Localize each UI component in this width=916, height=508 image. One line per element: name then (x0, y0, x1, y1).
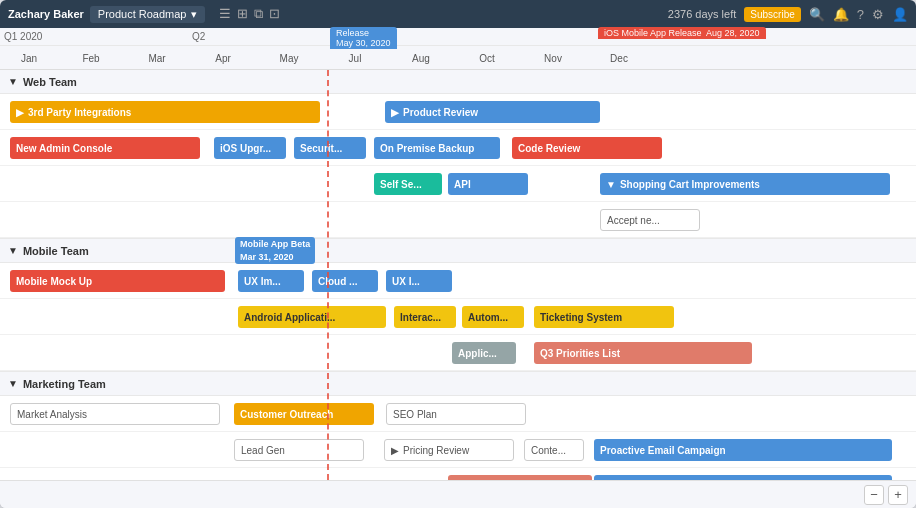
task-shopping-cart[interactable]: ▼ Shopping Cart Improvements (600, 173, 890, 195)
task-applic[interactable]: Applic... (452, 342, 516, 364)
task-label-interac: Interac... (400, 312, 441, 323)
task-label-autom: Autom... (468, 312, 508, 323)
user-name: Zachary Baker (8, 8, 84, 20)
task-code-review[interactable]: Code Review (512, 137, 662, 159)
marketing-row-1: Market Analysis Customer Outreach SEO Pl… (0, 396, 916, 432)
task-api[interactable]: API (448, 173, 528, 195)
month-nov: Nov (520, 53, 586, 64)
marketing-team-chevron: ▼ (8, 378, 18, 389)
task-seo-plan[interactable]: SEO Plan (386, 403, 526, 425)
task-q3-priorities[interactable]: Q3 Priorities List (534, 342, 752, 364)
web-row-2: New Admin Console iOS Upgr... Securit...… (0, 130, 916, 166)
task-self-se[interactable]: Self Se... (374, 173, 442, 195)
task-new-admin[interactable]: New Admin Console (10, 137, 200, 159)
marketing-row-2: Lead Gen ▶ Pricing Review Conte... Proac… (0, 432, 916, 468)
task-label-api: API (454, 179, 471, 190)
window-icon[interactable]: ⧉ (254, 6, 263, 22)
top-bar: Zachary Baker Product Roadmap ▾ ☰ ⊞ ⧉ ⊡ … (0, 0, 916, 28)
user-icon[interactable]: 👤 (892, 7, 908, 22)
marketing-team-header[interactable]: ▼ Marketing Team (0, 372, 916, 396)
zoom-out-button[interactable]: − (864, 485, 884, 505)
task-analytics[interactable]: Analytics (448, 475, 592, 480)
marketing-row-3: Analytics Performance Management (0, 468, 916, 480)
marketing-team-label: Marketing Team (23, 378, 106, 390)
bookmark-icon[interactable]: ⊡ (269, 6, 280, 22)
expand-icon: ▶ (16, 107, 24, 118)
settings-icon[interactable]: ⚙ (872, 7, 884, 22)
month-apr: Apr (190, 53, 256, 64)
bell-icon[interactable]: 🔔 (833, 7, 849, 22)
search-icon[interactable]: 🔍 (809, 7, 825, 22)
task-securit[interactable]: Securit... (294, 137, 366, 159)
zoom-in-button[interactable]: + (888, 485, 908, 505)
task-ios-upgr[interactable]: iOS Upgr... (214, 137, 286, 159)
release-marker: ReleaseMay 30, 2020 (330, 27, 397, 49)
task-ux-i[interactable]: UX I... (386, 270, 452, 292)
task-product-review[interactable]: ▶ Product Review (385, 101, 600, 123)
month-may: May (256, 53, 322, 64)
task-3rd-party[interactable]: ▶ 3rd Party Integrations (10, 101, 320, 123)
subscribe-button[interactable]: Subscribe (744, 7, 800, 22)
days-left: 2376 days left (668, 8, 737, 20)
mobile-row-2: Android Applicati... Interac... Autom...… (0, 299, 916, 335)
project-selector[interactable]: Product Roadmap ▾ (90, 6, 205, 23)
task-pricing-review[interactable]: ▶ Pricing Review (384, 439, 514, 461)
expand-icon-pr: ▶ (391, 107, 399, 118)
web-team-section: ▼ Web Team ▶ 3rd Party Integrations ▶ Pr… (0, 70, 916, 239)
task-label-ss: Self Se... (380, 179, 422, 190)
task-label-pr2: Pricing Review (403, 445, 469, 456)
task-conte[interactable]: Conte... (524, 439, 584, 461)
quarter-q2: Q2 (190, 31, 210, 42)
mobile-team-header[interactable]: ▼ Mobile Team Mobile App BetaMar 31, 202… (0, 239, 916, 263)
ios-release-marker: iOS Mobile App Release Aug 28, 2020 (598, 27, 766, 39)
task-label-cr: Code Review (518, 143, 580, 154)
task-label-cloud: Cloud ... (318, 276, 357, 287)
task-label-q3: Q3 Priorities List (540, 348, 620, 359)
task-performance-mgmt[interactable]: Performance Management (594, 475, 892, 480)
task-cloud[interactable]: Cloud ... (312, 270, 378, 292)
task-label-pe: Proactive Email Campaign (600, 445, 726, 456)
mobile-team-label: Mobile Team (23, 245, 89, 257)
web-row-3: Self Se... API ▼ Shopping Cart Improveme… (0, 166, 916, 202)
task-market-analysis[interactable]: Market Analysis (10, 403, 220, 425)
task-label-seo: SEO Plan (393, 409, 437, 420)
menu-icon[interactable]: ☰ (219, 6, 231, 22)
month-aug: Aug (388, 53, 454, 64)
task-customer-outreach[interactable]: Customer Outreach (234, 403, 374, 425)
task-label-lg: Lead Gen (241, 445, 285, 456)
task-label-ma: Market Analysis (17, 409, 87, 420)
task-lead-gen[interactable]: Lead Gen (234, 439, 364, 461)
month-jul: Jul (322, 53, 388, 64)
task-proactive-email[interactable]: Proactive Email Campaign (594, 439, 892, 461)
month-mar: Mar (124, 53, 190, 64)
task-autom[interactable]: Autom... (462, 306, 524, 328)
task-label-an: Accept ne... (607, 215, 660, 226)
task-android[interactable]: Android Applicati... (238, 306, 386, 328)
web-row-4: Accept ne... (0, 202, 916, 238)
quarter-q1: Q1 2020 (0, 31, 60, 42)
task-ticketing[interactable]: Ticketing System (534, 306, 674, 328)
web-team-chevron: ▼ (8, 76, 18, 87)
task-label-conte: Conte... (531, 445, 566, 456)
mobile-team-chevron: ▼ (8, 245, 18, 256)
action-icons: 🔍 🔔 ? ⚙ 👤 (809, 7, 908, 22)
bottom-bar: − + (0, 480, 916, 508)
month-jan: Jan (0, 53, 58, 64)
web-row-1: ▶ 3rd Party Integrations ▶ Product Revie… (0, 94, 916, 130)
task-accept-ne[interactable]: Accept ne... (600, 209, 700, 231)
task-ux-im[interactable]: UX Im... (238, 270, 304, 292)
task-label-android: Android Applicati... (244, 312, 335, 323)
task-on-premise[interactable]: On Premise Backup (374, 137, 500, 159)
task-label-sec: Securit... (300, 143, 342, 154)
task-mobile-mockup[interactable]: Mobile Mock Up (10, 270, 225, 292)
task-label-ui1: UX Im... (244, 276, 281, 287)
marketing-team-section: ▼ Marketing Team Market Analysis Custome… (0, 372, 916, 480)
timeline-content: ▼ Web Team ▶ 3rd Party Integrations ▶ Pr… (0, 70, 916, 480)
task-interac[interactable]: Interac... (394, 306, 456, 328)
help-icon[interactable]: ? (857, 7, 864, 22)
collapse-icon-sc: ▼ (606, 179, 616, 190)
top-bar-icons: ☰ ⊞ ⧉ ⊡ (219, 6, 280, 22)
web-team-header[interactable]: ▼ Web Team (0, 70, 916, 94)
grid-icon[interactable]: ⊞ (237, 6, 248, 22)
mobile-team-section: ▼ Mobile Team Mobile App BetaMar 31, 202… (0, 239, 916, 372)
